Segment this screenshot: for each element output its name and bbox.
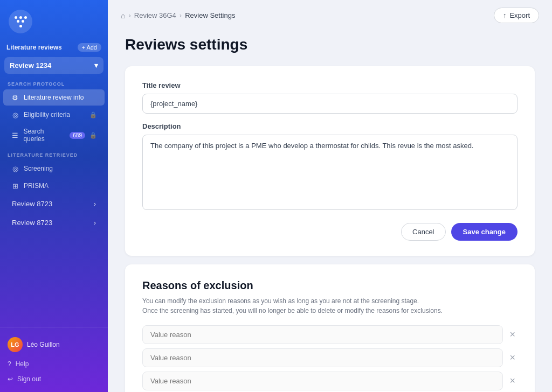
breadcrumb-current: Review Settings xyxy=(185,11,235,19)
settings-icon: ⚙ xyxy=(11,93,19,102)
review-collapsed-1[interactable]: Review 8723 › xyxy=(4,195,104,212)
add-button[interactable]: + Add xyxy=(78,43,101,52)
export-button[interactable]: ↑ Export xyxy=(494,8,539,23)
settings-card: Title review Description The company of … xyxy=(125,66,535,256)
card-actions: Cancel Save change xyxy=(142,223,518,241)
review-label: Review 8723 xyxy=(12,200,52,208)
breadcrumb: ⌂ › Review 36G4 › Review Settings xyxy=(121,11,235,20)
reason-input-1[interactable] xyxy=(142,325,503,344)
signout-item[interactable]: ↩ Sign out xyxy=(0,372,108,387)
logo xyxy=(0,0,108,40)
breadcrumb-separator: › xyxy=(128,11,130,19)
title-review-label: Title review xyxy=(142,81,518,89)
nav-item-label: Search queries xyxy=(23,128,65,143)
help-item[interactable]: ? Help xyxy=(0,356,108,372)
title-review-input[interactable] xyxy=(142,94,518,114)
content-area: Reviews settings Title review Descriptio… xyxy=(108,31,552,392)
signout-label: Sign out xyxy=(17,375,41,383)
sidebar: Literature reviews + Add Review 1234 ▾ S… xyxy=(0,0,108,392)
nav-item-label: Eligibility criteria xyxy=(24,111,70,118)
nav-item-label: PRISMA xyxy=(24,182,49,190)
active-review-item[interactable]: Review 1234 ▾ xyxy=(4,57,104,74)
save-button[interactable]: Save change xyxy=(451,223,518,241)
breadcrumb-review[interactable]: Review 36G4 xyxy=(134,11,176,19)
avatar: LG xyxy=(8,337,23,352)
prisma-icon: ⊞ xyxy=(11,181,19,190)
logo-icon xyxy=(9,10,32,33)
lock-icon-2: 🔒 xyxy=(89,132,97,139)
reason-row-2: × xyxy=(142,348,518,367)
search-queries-badge: 689 xyxy=(70,132,85,139)
reason-input-3[interactable] xyxy=(142,372,503,390)
exclusion-title: Reasons of exclusion xyxy=(142,279,518,292)
topbar: ⌂ › Review 36G4 › Review Settings ↑ Expo… xyxy=(108,0,552,31)
target-icon: ◎ xyxy=(11,110,19,119)
help-icon: ? xyxy=(8,360,11,368)
review-label: Review 8723 xyxy=(12,219,52,227)
sidebar-item-lit-review-info[interactable]: ⚙ Literature review info xyxy=(3,89,105,106)
chevron-right-icon: › xyxy=(94,200,96,208)
reason-row-1: × xyxy=(142,325,518,344)
nav-item-label: Literature review info xyxy=(24,94,84,101)
user-name: Léo Guillon xyxy=(27,341,60,348)
sidebar-item-eligibility-criteria[interactable]: ◎ Eligibility criteria 🔒 xyxy=(3,107,105,123)
nav-item-label: Screening xyxy=(24,165,53,172)
reason-row-3: × xyxy=(142,372,518,390)
exclusion-description: You can modify the exclusion reasons as … xyxy=(142,296,518,316)
review-collapsed-2[interactable]: Review 8723 › xyxy=(4,214,104,231)
sidebar-item-prisma[interactable]: ⊞ PRISMA xyxy=(3,178,105,194)
sidebar-item-screening[interactable]: ◎ Screening xyxy=(3,160,105,177)
description-label: Description xyxy=(142,122,518,130)
chevron-down-icon: ▾ xyxy=(94,61,98,69)
breadcrumb-separator-2: › xyxy=(180,11,182,19)
reason-delete-2[interactable]: × xyxy=(507,352,518,363)
signout-icon: ↩ xyxy=(8,375,13,383)
lit-retrieved-label: LITERATURE RETRIEVED xyxy=(0,147,108,160)
export-label: Export xyxy=(509,11,530,19)
exclusion-card: Reasons of exclusion You can modify the … xyxy=(125,264,535,392)
reason-delete-3[interactable]: × xyxy=(507,375,518,387)
reason-delete-1[interactable]: × xyxy=(507,329,518,340)
chevron-right-icon: › xyxy=(94,219,96,227)
lit-reviews-header: Literature reviews + Add xyxy=(0,40,108,55)
export-icon: ↑ xyxy=(503,11,507,19)
search-protocol-label: SEARCH PROTOCOL xyxy=(0,76,108,89)
help-label: Help xyxy=(16,360,29,368)
description-textarea[interactable]: The company of this project is a PME who… xyxy=(142,135,518,210)
list-icon: ☰ xyxy=(11,131,19,139)
user-profile[interactable]: LG Léo Guillon xyxy=(0,333,108,356)
active-review-label: Review 1234 xyxy=(10,61,51,69)
lit-reviews-label: Literature reviews xyxy=(6,44,62,51)
sidebar-item-search-queries[interactable]: ☰ Search queries 689 🔒 xyxy=(3,124,105,146)
reason-input-2[interactable] xyxy=(142,348,503,367)
page-title: Reviews settings xyxy=(125,36,535,53)
screening-icon: ◎ xyxy=(11,164,19,173)
main-content: ⌂ › Review 36G4 › Review Settings ↑ Expo… xyxy=(108,0,552,392)
home-icon[interactable]: ⌂ xyxy=(121,11,125,20)
sidebar-bottom: LG Léo Guillon ? Help ↩ Sign out xyxy=(0,327,108,392)
cancel-button[interactable]: Cancel xyxy=(401,223,445,241)
lock-icon: 🔒 xyxy=(89,111,97,118)
